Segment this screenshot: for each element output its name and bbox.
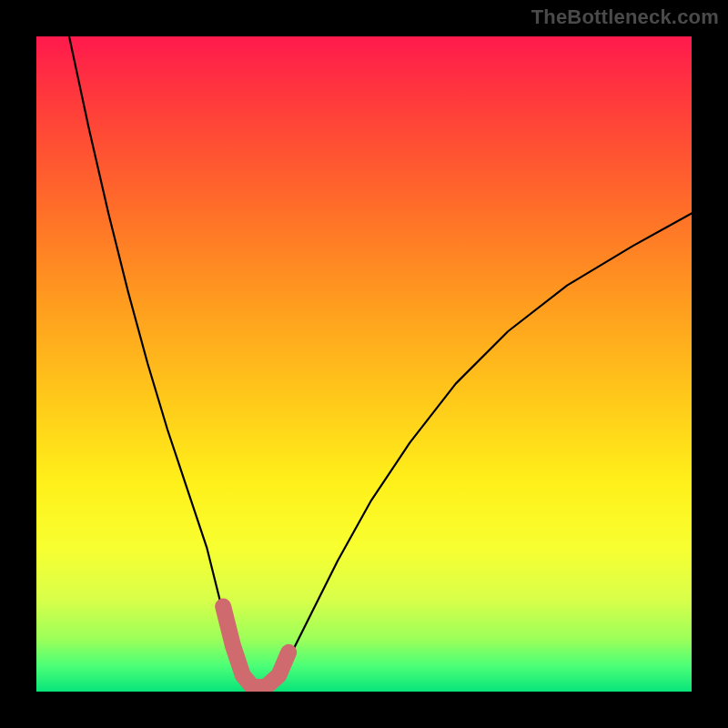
plot-area	[36, 36, 692, 692]
highlight-start-dot	[217, 600, 229, 612]
optimal-region-highlight	[223, 606, 288, 687]
curve-layer	[36, 36, 692, 692]
watermark-label: TheBottleneck.com	[531, 5, 719, 29]
chart-frame: TheBottleneck.com	[0, 0, 728, 728]
bottleneck-curve	[69, 36, 692, 688]
